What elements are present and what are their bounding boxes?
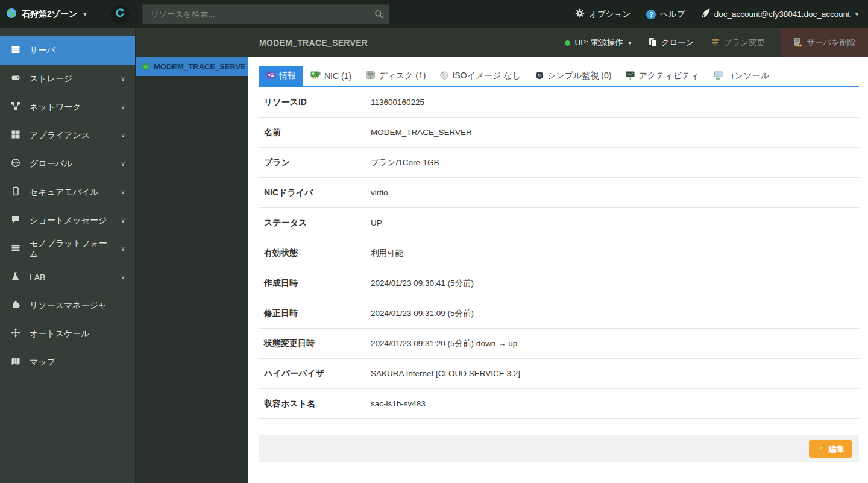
tab-simple-monitor[interactable]: シンプル監視 (0) (528, 66, 618, 86)
topbar: 石狩第2ゾーン ▼ オプション ? ヘルプ doc_account@cfy380… (0, 0, 868, 28)
chevron-down-icon: ∨ (121, 245, 125, 253)
tab-disk[interactable]: ディスク (1) (359, 66, 433, 86)
row-value: プラン/1Core-1GB (371, 157, 439, 168)
help-label: ヘルプ (660, 9, 685, 20)
power-status-icon (565, 40, 570, 46)
refresh-button[interactable] (110, 5, 130, 24)
detail-table: リソースID 113600160225 名前 MODEM_TRACE_SERVE… (259, 87, 859, 419)
tab-bar: 情報 NIC (1) ディスク (1) ISOイメージ なし (259, 66, 859, 87)
sidebar-item-resource-manager[interactable]: リソースマネージャ (0, 291, 135, 320)
account-menu[interactable]: doc_account@cfy38041:doc_account ▼ (701, 8, 860, 20)
search-box (142, 4, 389, 24)
row-label: NICドライバ (259, 188, 371, 198)
server-icon (11, 45, 20, 56)
chevron-down-icon: ▼ (82, 11, 87, 17)
iso-icon (440, 71, 448, 81)
sidebar-item-server[interactable]: サーバ (0, 36, 135, 65)
options-button[interactable]: オプション (575, 8, 631, 20)
sidebar-item-label: オートスケール (30, 329, 90, 339)
row-value: 2024/01/23 09:30:41 (5分前) (371, 278, 474, 289)
row-value: sac-is1b-sv483 (371, 399, 426, 408)
sidebar-item-network[interactable]: ネットワーク ∨ (0, 93, 135, 121)
table-row: 作成日時 2024/01/23 09:30:41 (5分前) (259, 268, 859, 298)
tab-label: ディスク (1) (379, 71, 426, 81)
tab-info[interactable]: 情報 (259, 66, 303, 86)
chevron-down-icon: ∨ (121, 103, 125, 111)
row-label: 名前 (259, 127, 371, 138)
row-value: 利用可能 (371, 248, 403, 259)
table-row: ハイパーバイザ SAKURA Internet [CLOUD SERVICE 3… (259, 359, 859, 389)
row-value: 113600160225 (371, 98, 424, 107)
help-button[interactable]: ? ヘルプ (646, 9, 685, 20)
detail-panel: 情報 NIC (1) ディスク (1) ISOイメージ なし (248, 57, 868, 483)
chevron-down-icon: ∨ (121, 273, 125, 281)
power-menu-button[interactable]: UP: 電源操作 ▼ (565, 37, 632, 48)
tab-console[interactable]: コンソール (706, 66, 776, 86)
sidebar-item-lab[interactable]: LAB ∨ (0, 263, 135, 291)
tab-iso[interactable]: ISOイメージ なし (433, 66, 528, 86)
row-label: プラン (259, 157, 371, 168)
sidebar-item-map[interactable]: マップ (0, 348, 135, 376)
search-icon[interactable] (374, 10, 383, 21)
sidebar-item-label: ネットワーク (30, 102, 81, 113)
row-label: ステータス (259, 218, 371, 229)
plan-change-button[interactable]: プラン変更 (711, 37, 765, 48)
gear-icon (575, 8, 585, 20)
sidebar: サーバ ストレージ ∨ ネットワーク ∨ アプライアンス ∨ グローバル ∨ セ… (0, 28, 136, 483)
sidebar-item-appliance[interactable]: アプライアンス ∨ (0, 121, 135, 150)
sidebar-item-label: セキュアモバイル (30, 187, 99, 198)
status-up-icon (142, 63, 149, 70)
sidebar-item-storage[interactable]: ストレージ ∨ (0, 65, 135, 93)
storage-icon (11, 73, 20, 84)
tab-nic[interactable]: NIC (1) (303, 66, 359, 86)
table-row: 修正日時 2024/01/23 09:31:09 (5分前) (259, 298, 859, 329)
autoscale-icon (11, 328, 20, 339)
table-row: 名前 MODEM_TRACE_SERVER (259, 118, 859, 148)
server-warning-icon (793, 37, 802, 49)
table-row: 有効状態 利用可能 (259, 238, 859, 268)
monitor-watch-icon (535, 71, 544, 81)
sidebar-item-label: アプライアンス (30, 130, 90, 141)
sidebar-item-secure-mobile[interactable]: セキュアモバイル ∨ (0, 178, 135, 206)
clone-label: クローン (661, 37, 694, 48)
page-title: MODEM_TRACE_SERVER (259, 38, 368, 48)
sidebar-item-global[interactable]: グローバル ∨ (0, 150, 135, 178)
list-pane-header (136, 28, 248, 57)
clone-icon (649, 37, 657, 49)
list-item[interactable]: MODEM_TRACE_SERVER (136, 57, 248, 76)
sidebar-item-label: マップ (30, 357, 55, 368)
row-value: SAKURA Internet [CLOUD SERVICE 3.2] (371, 369, 520, 378)
row-label: 状態変更日時 (259, 338, 371, 349)
sidebar-item-short-message[interactable]: ショートメッセージ ∨ (0, 206, 135, 235)
row-label: 作成日時 (259, 278, 371, 289)
topbar-right: オプション ? ヘルプ doc_account@cfy38041:doc_acc… (575, 8, 868, 20)
row-label: ハイパーバイザ (259, 368, 371, 379)
detail-header: MODEM_TRACE_SERVER UP: 電源操作 ▼ クローン プラン変更 (136, 28, 868, 57)
delete-server-button[interactable]: サーバを削除 (781, 28, 868, 57)
plan-change-label: プラン変更 (724, 37, 765, 48)
edit-button[interactable]: 編集 (809, 440, 852, 458)
zone-label: 石狩第2ゾーン (22, 9, 77, 20)
search-input[interactable] (142, 4, 389, 24)
sidebar-item-label: ストレージ (30, 74, 72, 84)
map-icon (11, 356, 20, 368)
sidebar-item-autoscale[interactable]: オートスケール (0, 320, 135, 348)
zone-selector[interactable]: 石狩第2ゾーン ▼ (0, 8, 96, 21)
table-row: プラン プラン/1Core-1GB (259, 148, 859, 178)
sidebar-item-label: LAB (30, 273, 45, 282)
row-value: virtio (371, 188, 388, 197)
row-label: リソースID (259, 97, 371, 108)
tab-label: コンソール (726, 71, 769, 81)
chevron-down-icon: ▼ (854, 11, 860, 17)
tab-activity[interactable]: アクティビティ (618, 66, 706, 86)
sidebar-item-label: サーバ (30, 45, 55, 56)
tab-label: アクティビティ (638, 71, 699, 81)
row-label: 収容ホスト名 (259, 399, 371, 409)
help-icon: ? (646, 10, 656, 19)
sidebar-item-label: ショートメッセージ (30, 215, 107, 226)
row-value: MODEM_TRACE_SERVER (371, 128, 472, 137)
chevron-down-icon: ∨ (121, 160, 125, 168)
row-value: 2024/01/23 09:31:09 (5分前) (371, 308, 474, 319)
clone-button[interactable]: クローン (649, 37, 694, 49)
sidebar-item-mono-platform[interactable]: モノプラットフォーム ∨ (0, 235, 135, 263)
